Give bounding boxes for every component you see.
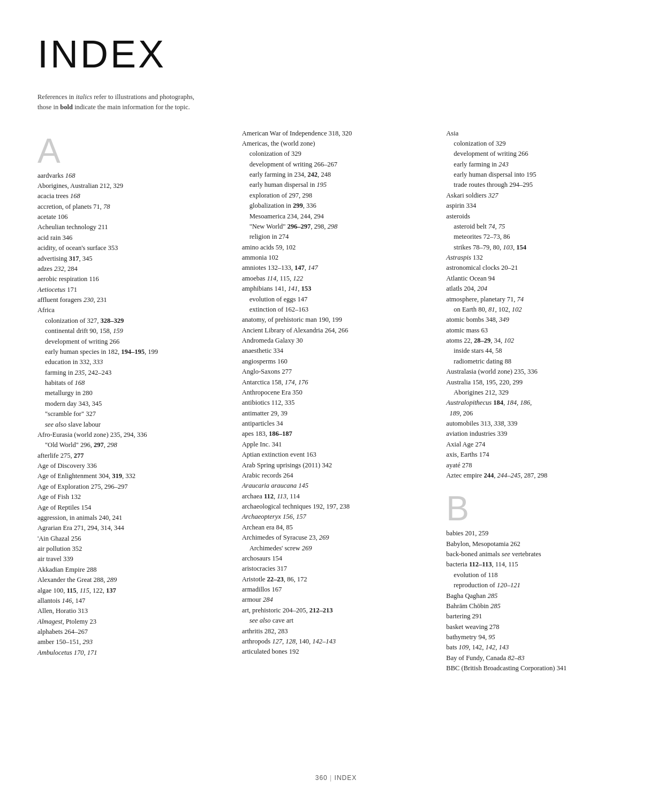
list-item: Bagha Qaghan 285 [446, 591, 635, 601]
footer-page-number: 360 [315, 774, 328, 782]
list-item: amino acids 59, 102 [242, 243, 431, 253]
list-item: axis, Earths 174 [446, 450, 635, 460]
list-item: early human dispersal in 195 [242, 180, 431, 190]
list-item: asteroid belt 74, 75 [446, 222, 635, 232]
list-item: bathymetry 94, 95 [446, 632, 635, 642]
list-item: colonization of 327, 328–329 [37, 316, 226, 326]
list-item: Ancient Library of Alexandria 264, 266 [242, 325, 431, 336]
list-item: Age of Exploration 275, 296–297 [37, 482, 226, 492]
list-item: allantois 146, 147 [37, 596, 226, 606]
list-item: acacia trees 168 [37, 191, 226, 201]
list-item: Andromeda Galaxy 30 [242, 336, 431, 346]
list-item: armadillos 167 [242, 585, 431, 595]
list-item: Babylon, Mesopotamia 262 [446, 539, 635, 549]
list-item: amphibians 141, 141, 153 [242, 284, 431, 294]
list-item: Allen, Horatio 313 [37, 606, 226, 616]
list-item: Australopithecus 184, 184, 186, 189, 206 [446, 398, 635, 419]
list-item: accretion, of planets 71, 78 [37, 202, 226, 212]
list-item: aardvarks 168 [37, 171, 226, 181]
letter-b: B [446, 491, 635, 526]
list-item: amniotes 132–133, 147, 147 [242, 263, 431, 273]
letter-a: A [37, 134, 226, 168]
list-item: early farming in 234, 242, 248 [242, 170, 431, 180]
list-item: continental drift 90, 158, 159 [37, 326, 226, 336]
list-item: exploration of 297, 298 [242, 191, 431, 201]
column-1: A aardvarks 168 Aborigines, Australian 2… [37, 128, 242, 674]
list-item: Agrarian Era 271, 294, 314, 344 [37, 523, 226, 533]
list-item: afterlife 275, 277 [37, 451, 226, 461]
list-item: development of writing 266–267 [242, 160, 431, 170]
list-item: advertising 317, 345 [37, 254, 226, 264]
list-item: Almagest, Ptolemy 23 [37, 617, 226, 627]
list-item: anatomy, of prehistoric man 190, 199 [242, 315, 431, 325]
list-item: bats 109, 142, 142, 143 [446, 642, 635, 653]
list-item: Axial Age 274 [446, 440, 635, 450]
list-item: reproduction of 120–121 [446, 580, 635, 590]
list-item: air travel 339 [37, 554, 226, 564]
list-item: early human dispersal into 195 [446, 170, 635, 180]
list-item: Age of Fish 132 [37, 492, 226, 502]
list-item: modern day 343, 345 [37, 399, 226, 409]
list-item: Age of Reptiles 154 [37, 503, 226, 513]
list-item: Bahrām Chōbin 285 [446, 601, 635, 611]
list-item: inside stars 44, 58 [446, 346, 635, 356]
list-item: art, prehistoric 204–205, 212–213 [242, 605, 431, 616]
list-item: Australasia (world zone) 235, 336 [446, 367, 635, 377]
list-item: Mesoamerica 234, 244, 294 [242, 211, 431, 222]
list-item: on Earth 80, 81, 102, 102 [446, 305, 635, 315]
list-item: development of writing 266 [37, 337, 226, 347]
list-item: globalization in 299, 336 [242, 201, 431, 211]
list-item: farming in 235, 242–243 [37, 368, 226, 378]
list-item: "scramble for" 327 [37, 409, 226, 419]
list-item: archaeological techniques 192, 197, 238 [242, 502, 431, 512]
list-item: Ambulocetus 170, 171 [37, 648, 226, 658]
list-item: antimatter 29, 39 [242, 408, 431, 419]
list-item: strikes 78–79, 80, 103, 154 [446, 243, 635, 253]
list-item: atmosphere, planetary 71, 74 [446, 294, 635, 305]
list-item: Americas, the (world zone) [242, 139, 431, 149]
list-item: Alexander the Great 288, 289 [37, 575, 226, 585]
list-item: Aztec empire 244, 244–245, 287, 298 [446, 471, 635, 481]
list-item: acid rain 346 [37, 233, 226, 243]
list-item: aerobic respiration 116 [37, 274, 226, 284]
list-item: asteroids [446, 211, 635, 222]
list-item: antibiotics 112, 335 [242, 398, 431, 408]
list-item: amoebas 114, 115, 122 [242, 274, 431, 284]
list-item: anaesthetic 334 [242, 346, 431, 356]
list-item: Askari soldiers 327 [446, 191, 635, 201]
list-item: evolution of 118 [446, 570, 635, 580]
list-item: religion in 274 [242, 232, 431, 242]
column-2: American War of Independence 318, 320 Am… [242, 128, 447, 674]
list-item: astronomical clocks 20–21 [446, 263, 635, 273]
list-item: babies 201, 259 [446, 528, 635, 539]
list-item: colonization of 329 [242, 149, 431, 159]
intro-paragraph: References in italics refer to illustrat… [37, 92, 198, 112]
footer-label: INDEX [335, 774, 357, 782]
list-item: early farming in 243 [446, 160, 635, 170]
list-item: Apple Inc. 341 [242, 440, 431, 450]
list-item: Anglo-Saxons 277 [242, 367, 431, 377]
list-item: metallurgy in 280 [37, 388, 226, 398]
list-item: armour 284 [242, 595, 431, 605]
list-item: Archimedes' screw 269 [242, 543, 431, 554]
list-item: Age of Discovery 336 [37, 461, 226, 471]
list-item: aspirin 334 [446, 201, 635, 211]
list-item: antiparticles 34 [242, 419, 431, 429]
list-item: basket weaving 278 [446, 622, 635, 632]
list-item: atomic bombs 348, 349 [446, 315, 635, 325]
list-item: alphabets 264–267 [37, 627, 226, 637]
list-item: Bay of Fundy, Canada 82–83 [446, 653, 635, 663]
list-item: Afro-Eurasia (world zone) 235, 294, 336 [37, 430, 226, 440]
list-item: automobiles 313, 338, 339 [446, 419, 635, 429]
list-item: apes 183, 186–187 [242, 429, 431, 439]
list-item: Aborigines, Australian 212, 329 [37, 181, 226, 191]
list-item: see also slave labour [37, 420, 226, 430]
list-item: "New World" 296–297, 298, 298 [242, 222, 431, 232]
list-item: Archean era 84, 85 [242, 522, 431, 533]
page-footer: 360 | INDEX [0, 774, 672, 782]
list-item: ayaté 278 [446, 460, 635, 471]
list-item: amber 150–151, 293 [37, 637, 226, 647]
list-item: atomic mass 63 [446, 325, 635, 336]
list-item: 'Ain Ghazal 256 [37, 534, 226, 544]
list-item: acetate 106 [37, 212, 226, 222]
